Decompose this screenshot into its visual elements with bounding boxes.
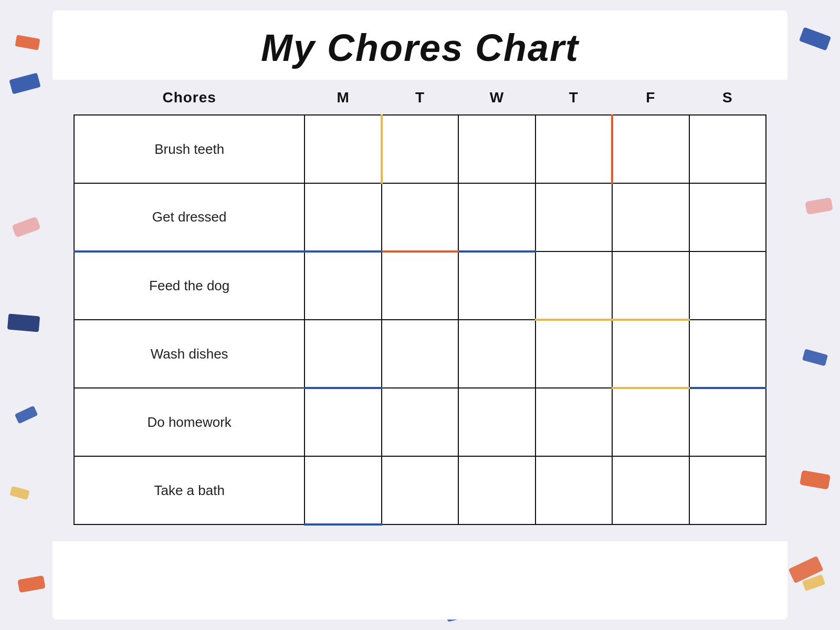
- confetti-orange-3: [800, 470, 831, 489]
- header-row: Chores M T W T F S: [74, 85, 766, 115]
- confetti-blue-2: [15, 405, 38, 424]
- chart-container: Chores M T W T F S Brush teeth: [52, 80, 788, 541]
- confetti-pink-1: [12, 216, 41, 238]
- cell-4-t2[interactable]: [536, 320, 612, 388]
- cell-3-m[interactable]: [304, 251, 381, 320]
- cell-4-s[interactable]: [689, 320, 766, 388]
- cell-1-t1[interactable]: [382, 115, 458, 183]
- chore-row-6: Take a bath: [74, 456, 766, 524]
- cell-2-f[interactable]: [612, 183, 689, 251]
- cell-2-t2[interactable]: [536, 183, 612, 251]
- page-wrapper: My Chores Chart Chores M T W T F S Brush…: [52, 10, 788, 620]
- cell-2-w[interactable]: [458, 183, 535, 251]
- day-header-f: F: [612, 85, 689, 115]
- cell-2-s[interactable]: [689, 183, 766, 251]
- cell-6-m[interactable]: [304, 456, 381, 524]
- day-header-s: S: [689, 85, 766, 115]
- cell-3-w[interactable]: [458, 251, 535, 320]
- cell-3-s[interactable]: [689, 251, 766, 320]
- chore-row-2: Get dressed: [74, 183, 766, 251]
- chore-name-4: Wash dishes: [74, 320, 304, 388]
- day-header-w: W: [458, 85, 535, 115]
- cell-3-t1[interactable]: [382, 251, 458, 320]
- cell-5-w[interactable]: [458, 388, 535, 456]
- chore-name-6: Take a bath: [74, 456, 304, 524]
- cell-6-t1[interactable]: [382, 456, 458, 524]
- confetti-pink-2: [805, 197, 833, 215]
- chore-name-1: Brush teeth: [74, 115, 304, 183]
- cell-4-w[interactable]: [458, 320, 535, 388]
- day-header-m: M: [304, 85, 381, 115]
- cell-4-m[interactable]: [304, 320, 381, 388]
- cell-6-w[interactable]: [458, 456, 535, 524]
- cell-6-s[interactable]: [689, 456, 766, 524]
- cell-6-f[interactable]: [612, 456, 689, 524]
- chore-row-1: Brush teeth: [74, 115, 766, 183]
- cell-1-s[interactable]: [689, 115, 766, 183]
- cell-5-s[interactable]: [689, 388, 766, 456]
- cell-5-f[interactable]: [612, 388, 689, 456]
- chore-row-4: Wash dishes: [74, 320, 766, 388]
- chore-row-5: Do homework: [74, 388, 766, 456]
- cell-3-f[interactable]: [612, 251, 689, 320]
- cell-4-t1[interactable]: [382, 320, 458, 388]
- cell-1-f[interactable]: [612, 115, 689, 183]
- cell-2-m[interactable]: [304, 183, 381, 251]
- cell-5-m[interactable]: [304, 388, 381, 456]
- confetti-blue-3: [799, 27, 831, 50]
- cell-3-t2[interactable]: [536, 251, 612, 320]
- confetti-orange-2: [17, 575, 46, 593]
- cell-4-f[interactable]: [612, 320, 689, 388]
- cell-2-t1[interactable]: [382, 183, 458, 251]
- cell-1-w[interactable]: [458, 115, 535, 183]
- chore-name-3: Feed the dog: [74, 251, 304, 320]
- chore-name-2: Get dressed: [74, 183, 304, 251]
- confetti-orange-1: [15, 35, 40, 50]
- confetti-darkblue-1: [7, 313, 40, 332]
- chore-row-3: Feed the dog: [74, 251, 766, 320]
- cell-5-t2[interactable]: [536, 388, 612, 456]
- title-section: My Chores Chart: [52, 10, 788, 80]
- cell-5-t1[interactable]: [382, 388, 458, 456]
- page-title: My Chores Chart: [63, 26, 777, 69]
- confetti-yellow-1: [9, 486, 29, 500]
- cell-6-t2[interactable]: [536, 456, 612, 524]
- confetti-blue-1: [9, 72, 40, 94]
- cell-1-m[interactable]: [304, 115, 381, 183]
- confetti-blue-4: [802, 349, 828, 366]
- day-header-t2: T: [536, 85, 612, 115]
- chores-header: Chores: [74, 85, 304, 115]
- chore-name-5: Do homework: [74, 388, 304, 456]
- day-header-t1: T: [382, 85, 458, 115]
- cell-1-t2[interactable]: [536, 115, 612, 183]
- chores-table: Chores M T W T F S Brush teeth: [74, 85, 766, 526]
